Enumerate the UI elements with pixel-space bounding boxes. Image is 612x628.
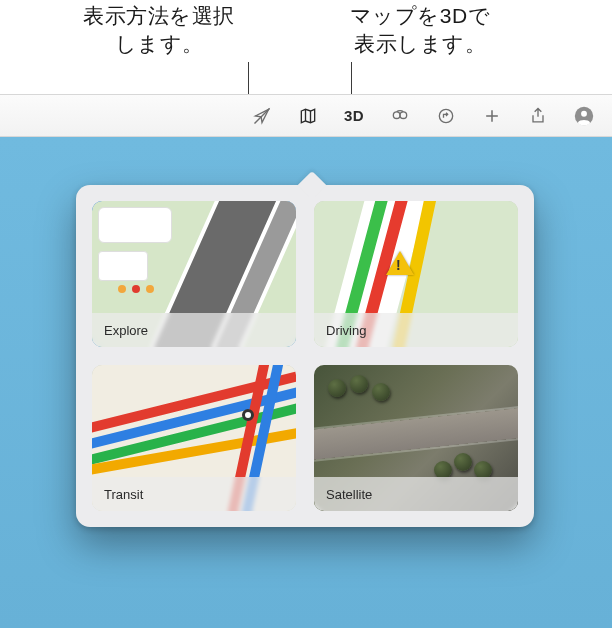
tile-explore[interactable]: Explore — [92, 201, 296, 347]
three-d-label: 3D — [344, 107, 364, 124]
tile-label: Transit — [104, 487, 143, 502]
share-icon[interactable] — [520, 101, 556, 131]
three-d-button[interactable]: 3D — [336, 101, 372, 131]
svg-point-1 — [393, 111, 400, 118]
tile-label: Explore — [104, 323, 148, 338]
directions-icon[interactable] — [428, 101, 464, 131]
account-icon[interactable] — [566, 101, 602, 131]
tile-driving[interactable]: Driving — [314, 201, 518, 347]
callout-line: します。 — [115, 32, 204, 55]
callout-show-3d: マップを3Dで 表示します。 — [300, 2, 540, 59]
look-around-icon[interactable] — [382, 101, 418, 131]
svg-point-5 — [581, 110, 587, 116]
tile-label-bar: Transit — [92, 477, 296, 511]
callout-choose-view: 表示方法を選択 します。 — [44, 2, 274, 59]
location-arrow-icon[interactable] — [244, 101, 280, 131]
map-mode-button[interactable] — [290, 101, 326, 131]
map-mode-grid: Explore Driving — [92, 201, 518, 511]
warning-icon — [386, 251, 414, 275]
tile-label-bar: Explore — [92, 313, 296, 347]
tile-label: Satellite — [326, 487, 372, 502]
map-area[interactable]: Explore Driving — [0, 137, 612, 628]
add-icon[interactable] — [474, 101, 510, 131]
svg-point-2 — [400, 111, 407, 118]
callout-line: 表示します。 — [354, 32, 486, 55]
tile-transit[interactable]: Transit — [92, 365, 296, 511]
map-mode-popover: Explore Driving — [76, 185, 534, 527]
maps-window: 3D — [0, 94, 612, 628]
tile-label-bar: Driving — [314, 313, 518, 347]
tile-label: Driving — [326, 323, 366, 338]
callout-line: 表示方法を選択 — [83, 4, 235, 27]
toolbar: 3D — [0, 95, 612, 137]
figure-root: 表示方法を選択 します。 マップを3Dで 表示します。 3D — [0, 0, 612, 628]
tile-satellite[interactable]: Satellite — [314, 365, 518, 511]
callout-line: マップを3Dで — [350, 4, 490, 27]
tile-label-bar: Satellite — [314, 477, 518, 511]
